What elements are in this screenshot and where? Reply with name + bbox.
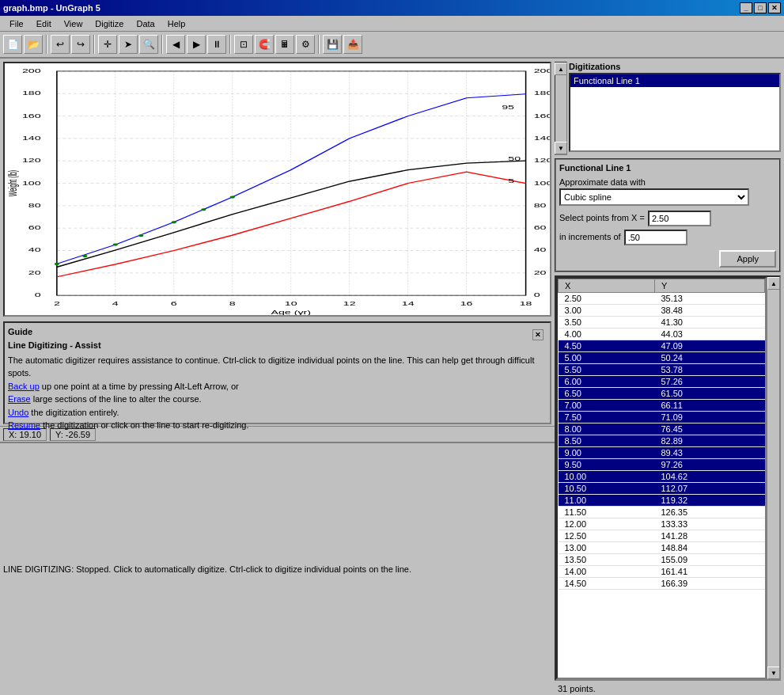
scroll-up-button[interactable]: ▲: [555, 63, 567, 75]
table-row[interactable]: 6.0057.26: [559, 376, 765, 388]
table-cell-x: 13.50: [559, 554, 655, 566]
svg-text:40: 40: [28, 247, 41, 253]
table-row[interactable]: 3.5041.30: [559, 317, 765, 329]
redo-button[interactable]: ↪: [71, 35, 90, 54]
graph-vscrollbar[interactable]: ▲ ▼: [555, 62, 567, 155]
table-row[interactable]: 4.0044.03: [559, 329, 765, 340]
table-row[interactable]: 11.00119.32: [559, 495, 765, 507]
table-row[interactable]: 13.50155.09: [559, 554, 765, 566]
menu-file[interactable]: File: [3, 17, 30, 30]
table-row[interactable]: 9.5097.26: [559, 459, 765, 471]
table-row[interactable]: 5.5053.78: [559, 364, 765, 376]
table-scroll-up[interactable]: ▲: [767, 277, 780, 290]
select-button[interactable]: ⊡: [234, 35, 253, 54]
data-table-container[interactable]: X Y 2.5035.133.0038.483.5041.304.0044.03…: [556, 277, 767, 679]
increments-input[interactable]: [624, 230, 687, 245]
crosshair-button[interactable]: ✛: [98, 35, 117, 54]
select-points-input[interactable]: [648, 211, 711, 226]
svg-point-58: [113, 244, 118, 246]
table-row[interactable]: 13.00148.84: [559, 542, 765, 554]
table-row[interactable]: 12.50141.28: [559, 530, 765, 542]
digitization-item-0[interactable]: Functional Line 1: [570, 74, 779, 87]
undo-link[interactable]: Undo: [8, 408, 28, 417]
guide-line-2: Back up up one point at a time by pressi…: [8, 380, 547, 393]
table-row[interactable]: 9.0089.43: [559, 447, 765, 459]
table-row[interactable]: 14.50166.39: [559, 578, 765, 590]
minimize-button[interactable]: _: [740, 2, 752, 13]
table-scroll-down[interactable]: ▼: [767, 667, 780, 679]
table-cell-y: 50.24: [654, 352, 764, 364]
svg-rect-0: [5, 63, 550, 315]
table-row[interactable]: 7.0066.11: [559, 400, 765, 412]
table-cell-x: 11.50: [559, 507, 655, 518]
prev-button[interactable]: ◀: [166, 35, 185, 54]
resume-link[interactable]: Resume: [8, 420, 40, 430]
table-cell-x: 12.50: [559, 530, 655, 542]
toolbar-separator-1: [46, 35, 47, 54]
undo-button[interactable]: ↩: [51, 35, 70, 54]
table-row[interactable]: 2.5035.13: [559, 293, 765, 305]
line-status-text: LINE DIGITIZING: Stopped. Click to autom…: [3, 564, 411, 574]
table-cell-y: 126.35: [654, 507, 764, 518]
table-row[interactable]: 4.5047.09: [559, 340, 765, 352]
guide-close-button[interactable]: ✕: [532, 329, 543, 340]
outer-layout: .grid-line { stroke: #aaa; stroke-width:…: [0, 59, 784, 695]
table-row[interactable]: 3.0038.48: [559, 305, 765, 317]
menu-help[interactable]: Help: [161, 17, 192, 30]
backup-link[interactable]: Back up: [8, 382, 40, 391]
maximize-button[interactable]: □: [754, 2, 767, 13]
table-row[interactable]: 6.5061.50: [559, 388, 765, 400]
guide-label: Guide: [8, 327, 32, 336]
menu-view[interactable]: View: [58, 17, 89, 30]
table-row[interactable]: 10.50112.07: [559, 483, 765, 495]
guide-content: Line Digitizing - Assist The automatic d…: [8, 339, 547, 432]
export-button[interactable]: 📤: [343, 35, 362, 54]
table-row[interactable]: 10.00104.62: [559, 471, 765, 483]
line-status-bar: LINE DIGITIZING: Stopped. Click to autom…: [0, 442, 555, 695]
table-row[interactable]: 8.5082.89: [559, 435, 765, 447]
svg-text:0: 0: [534, 292, 540, 298]
table-vscrollbar[interactable]: ▲ ▼: [767, 277, 779, 679]
graph-svg: .grid-line { stroke: #aaa; stroke-width:…: [5, 63, 550, 315]
table-cell-y: 141.28: [654, 530, 764, 542]
guide-line-3: Erase large sections of the line to alte…: [8, 393, 547, 406]
pause-button[interactable]: ⏸: [207, 35, 226, 54]
table-row[interactable]: 12.00133.33: [559, 518, 765, 530]
svg-text:50: 50: [508, 156, 521, 161]
table-row[interactable]: 11.50126.35: [559, 507, 765, 518]
arrow-button[interactable]: ➤: [119, 35, 138, 54]
table-row[interactable]: 8.0076.45: [559, 423, 765, 435]
settings-button[interactable]: ⚙: [296, 35, 315, 54]
erase-link[interactable]: Erase: [8, 394, 31, 404]
svg-text:Age (yr): Age (yr): [271, 310, 312, 315]
table-cell-y: 148.84: [654, 542, 764, 554]
table-row[interactable]: 14.00161.41: [559, 566, 765, 578]
new-button[interactable]: 📄: [3, 35, 22, 54]
svg-text:Weight (lb): Weight (lb): [7, 170, 19, 197]
calc-button[interactable]: 🖩: [275, 35, 294, 54]
table-row[interactable]: 7.5071.09: [559, 412, 765, 423]
table-cell-x: 4.50: [559, 340, 655, 352]
table-cell-y: 71.09: [654, 412, 764, 423]
apply-button[interactable]: Apply: [719, 250, 776, 268]
menu-digitize[interactable]: Digitize: [89, 17, 130, 30]
svg-text:140: 140: [22, 135, 41, 141]
svg-text:4: 4: [112, 300, 119, 306]
save-button[interactable]: 💾: [323, 35, 342, 54]
table-cell-y: 104.62: [654, 471, 764, 483]
table-cell-y: 38.48: [654, 305, 764, 317]
svg-text:40: 40: [534, 247, 547, 253]
menu-edit[interactable]: Edit: [30, 17, 58, 30]
zoom-button[interactable]: 🔍: [139, 35, 158, 54]
table-row[interactable]: 5.0050.24: [559, 352, 765, 364]
digitizations-list[interactable]: Functional Line 1: [569, 73, 781, 152]
magnet-button[interactable]: 🧲: [255, 35, 274, 54]
play-button[interactable]: ▶: [187, 35, 206, 54]
svg-text:10: 10: [285, 300, 297, 306]
table-cell-y: 57.26: [654, 376, 764, 388]
open-button[interactable]: 📂: [24, 35, 43, 54]
scroll-down-button[interactable]: ▼: [555, 142, 567, 154]
menu-data[interactable]: Data: [130, 17, 161, 30]
close-button[interactable]: ✕: [768, 2, 781, 13]
method-select[interactable]: Cubic spline Linear Polynomial: [559, 188, 749, 206]
